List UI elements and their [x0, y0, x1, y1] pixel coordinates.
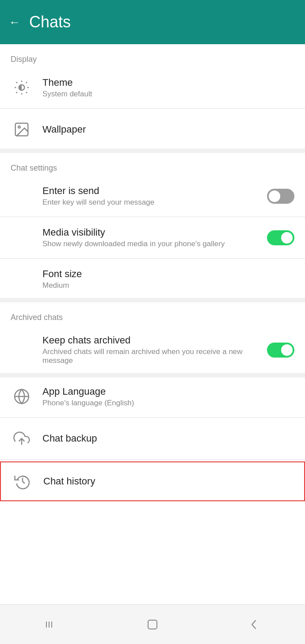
language-icon: [11, 385, 33, 408]
chat-history-text: Chat history: [43, 476, 294, 487]
chat-history-item[interactable]: Chat history: [0, 461, 305, 501]
svg-rect-8: [51, 621, 52, 628]
enter-is-send-item[interactable]: Enter is send Enter key will send your m…: [0, 177, 305, 215]
keep-chats-archived-text: Keep chats archived Archived chats will …: [42, 335, 260, 365]
theme-subtitle: System default: [42, 90, 294, 99]
app-language-item[interactable]: App Language Phone's language (English): [0, 377, 305, 415]
wallpaper-icon: [11, 118, 33, 141]
chat-settings-label: Chat settings: [0, 153, 305, 177]
theme-item[interactable]: Theme System default: [0, 69, 305, 107]
keep-chats-archived-title: Keep chats archived: [42, 335, 260, 346]
chat-backup-title: Chat backup: [42, 433, 294, 444]
app-language-text: App Language Phone's language (English): [42, 386, 294, 408]
divider-5: [0, 459, 305, 460]
header: ← Chats: [0, 0, 305, 44]
font-size-subtitle: Medium: [42, 281, 294, 290]
keep-chats-archived-subtitle: Archived chats will remain archived when…: [42, 347, 260, 365]
section-divider-3: [0, 373, 305, 377]
svg-rect-9: [148, 620, 157, 629]
font-size-item[interactable]: Font size Medium: [0, 260, 305, 298]
svg-point-2: [18, 126, 20, 128]
enter-is-send-toggle[interactable]: [267, 189, 294, 204]
wallpaper-title: Wallpaper: [42, 124, 294, 135]
media-visibility-text: Media visibility Show newly downloaded m…: [42, 227, 260, 248]
wallpaper-item[interactable]: Wallpaper: [0, 111, 305, 149]
font-size-title: Font size: [42, 268, 294, 280]
enter-is-send-title: Enter is send: [42, 185, 260, 197]
divider-2: [0, 217, 305, 217]
svg-rect-6: [46, 621, 47, 628]
media-visibility-title: Media visibility: [42, 227, 260, 238]
recent-apps-button[interactable]: [44, 618, 57, 631]
content: Display Theme System default Wallpa: [0, 44, 305, 604]
font-size-text: Font size Medium: [42, 268, 294, 290]
app-language-subtitle: Phone's language (English): [42, 399, 294, 408]
back-button[interactable]: ←: [9, 15, 20, 29]
keep-chats-archived-toggle[interactable]: [267, 343, 294, 358]
wallpaper-text: Wallpaper: [42, 124, 294, 135]
history-icon: [11, 470, 34, 492]
divider-1: [0, 108, 305, 109]
home-button[interactable]: [146, 618, 159, 631]
divider-4: [0, 417, 305, 418]
chat-history-title: Chat history: [43, 476, 294, 487]
archived-chats-label: Archived chats: [0, 302, 305, 327]
media-visibility-item[interactable]: Media visibility Show newly downloaded m…: [0, 219, 305, 256]
theme-text: Theme System default: [42, 77, 294, 99]
svg-rect-7: [49, 621, 50, 628]
chat-backup-text: Chat backup: [42, 433, 294, 444]
back-nav-button[interactable]: [248, 618, 261, 631]
keep-chats-archived-item[interactable]: Keep chats archived Archived chats will …: [0, 327, 305, 373]
chat-backup-item[interactable]: Chat backup: [0, 419, 305, 457]
nav-bar: [0, 604, 305, 644]
enter-is-send-subtitle: Enter key will send your message: [42, 198, 260, 207]
app-language-title: App Language: [42, 386, 294, 397]
enter-is-send-text: Enter is send Enter key will send your m…: [42, 185, 260, 207]
media-visibility-toggle[interactable]: [267, 230, 294, 245]
theme-title: Theme: [42, 77, 294, 88]
display-section-label: Display: [0, 44, 305, 69]
section-divider-2: [0, 298, 305, 302]
divider-3: [0, 258, 305, 259]
page-title: Chats: [29, 13, 71, 31]
media-visibility-subtitle: Show newly downloaded media in your phon…: [42, 240, 260, 248]
backup-icon: [11, 427, 33, 450]
section-divider-1: [0, 149, 305, 153]
theme-icon: [11, 76, 33, 99]
